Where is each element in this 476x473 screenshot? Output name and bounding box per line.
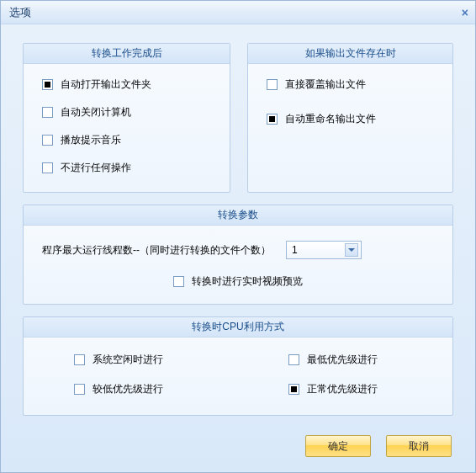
group-exists-title: 如果输出文件存在时 <box>248 44 452 64</box>
group-cpu-title: 转换时CPU利用方式 <box>24 317 452 337</box>
close-icon[interactable]: × <box>462 6 468 19</box>
opt-cpu-low[interactable]: 较低优先级进行 <box>74 382 163 396</box>
checkbox-icon[interactable] <box>173 276 184 287</box>
opt-open-output-folder[interactable]: 自动打开输出文件夹 <box>42 77 216 92</box>
checkbox-icon[interactable] <box>42 162 53 173</box>
threads-row: 程序最大运行线程数--（同时进行转换的文件个数） 1 <box>42 241 434 259</box>
dialog-footer: 确定 取消 <box>1 435 475 472</box>
threads-value: 1 <box>292 244 298 256</box>
threads-label: 程序最大运行线程数--（同时进行转换的文件个数） <box>42 243 271 258</box>
ok-button[interactable]: 确定 <box>305 435 371 457</box>
checkbox-icon[interactable] <box>42 135 53 146</box>
group-after-title: 转换工作完成后 <box>24 44 230 64</box>
opt-realtime-preview[interactable]: 转换时进行实时视频预览 <box>173 274 303 289</box>
opt-play-sound[interactable]: 播放提示音乐 <box>42 133 216 147</box>
checkbox-icon[interactable] <box>42 107 53 118</box>
checkbox-icon[interactable] <box>267 114 278 125</box>
opt-cpu-lowest[interactable]: 最低优先级进行 <box>288 353 378 367</box>
opt-auto-rename[interactable]: 自动重命名输出文件 <box>267 112 439 126</box>
checkbox-icon[interactable] <box>42 79 53 90</box>
group-after-conversion: 转换工作完成后 自动打开输出文件夹 自动关闭计算机 播放提示音乐 <box>23 43 230 193</box>
group-file-exists: 如果输出文件存在时 直接覆盖输出文件 自动重命名输出文件 <box>247 43 453 193</box>
checkbox-icon[interactable] <box>74 384 85 395</box>
group-params-title: 转换参数 <box>24 205 452 226</box>
titlebar: 选项 × <box>1 1 475 24</box>
cancel-button[interactable]: 取消 <box>386 435 452 457</box>
opt-shutdown[interactable]: 自动关闭计算机 <box>42 105 216 120</box>
content-area: 转换工作完成后 自动打开输出文件夹 自动关闭计算机 播放提示音乐 <box>1 24 475 435</box>
opt-cpu-idle[interactable]: 系统空闲时进行 <box>74 353 163 367</box>
threads-combobox[interactable]: 1 <box>286 241 362 259</box>
group-conversion-params: 转换参数 程序最大运行线程数--（同时进行转换的文件个数） 1 转换时进行实时视… <box>23 205 453 305</box>
opt-cpu-normal[interactable]: 正常优先级进行 <box>288 382 378 396</box>
group-cpu-usage: 转换时CPU利用方式 系统空闲时进行 较低优先级进行 <box>23 316 453 416</box>
checkbox-icon[interactable] <box>267 79 278 90</box>
options-dialog: 选项 × 转换工作完成后 自动打开输出文件夹 自动关闭计算机 <box>0 0 476 473</box>
chevron-down-icon[interactable] <box>345 243 358 257</box>
checkbox-icon[interactable] <box>288 384 299 395</box>
checkbox-icon[interactable] <box>74 354 85 365</box>
window-title: 选项 <box>9 5 31 20</box>
opt-overwrite[interactable]: 直接覆盖输出文件 <box>267 77 439 92</box>
opt-do-nothing[interactable]: 不进行任何操作 <box>42 161 216 175</box>
checkbox-icon[interactable] <box>288 354 299 365</box>
